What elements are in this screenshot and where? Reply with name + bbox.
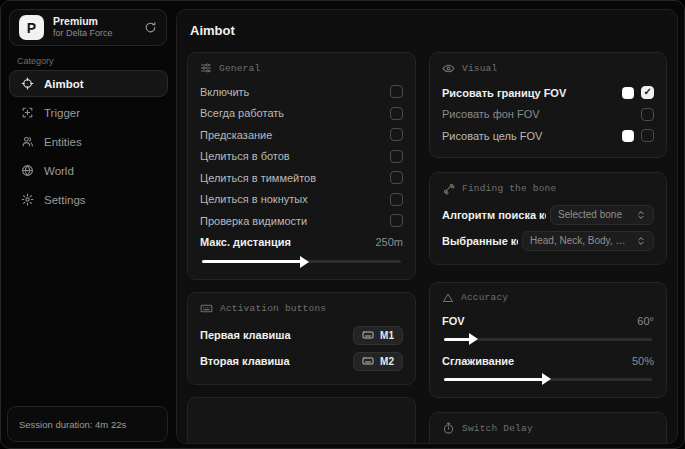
smoothing-slider[interactable] [444,378,652,381]
color-swatch[interactable] [622,87,634,99]
sidebar-item-label: Trigger [44,107,80,119]
slider-label: Макс. дистанция [200,236,291,248]
setting-row: Целиться в тиммейтов [200,167,403,189]
app-logo: P [19,15,44,40]
setting-row: Рисовать цель FOV [442,125,654,147]
sidebar-nav: Aimbot Trigger Entities [9,70,168,215]
slider-thumb[interactable] [542,373,551,385]
max-distance-slider[interactable] [202,260,401,263]
gear-icon [21,193,34,206]
globe-icon [21,164,34,177]
panel-title: General [219,63,260,74]
setting-label: Включить [200,86,249,98]
keybind-button-m2[interactable]: M2 [353,352,403,371]
keyboard-icon [200,302,213,315]
checkbox[interactable] [390,193,403,206]
page-title: Aimbot [190,23,667,38]
select-label: Выбранные кости [442,235,518,247]
crosshair-icon [21,77,34,90]
category-label: Category [17,56,54,66]
license-title: Premium [53,15,113,28]
slider-row: FOV 60° [442,311,654,331]
fov-slider[interactable] [444,338,652,341]
slider-value: 50% [632,355,654,367]
setting-label: Проверка видимости [200,215,307,227]
sliders-icon [200,62,212,74]
checkbox[interactable] [390,150,403,163]
sidebar-item-label: Aimbot [44,78,84,90]
trigger-icon [21,106,34,119]
sidebar-item-world[interactable]: World [9,157,168,184]
app-window: P Premium for Delta Force Category Aimbo… [0,0,685,449]
sidebar-item-label: World [44,165,74,177]
setting-row: Всегда работать [200,103,403,125]
checkbox[interactable] [641,129,654,142]
slider-thumb[interactable] [469,333,478,345]
sidebar-item-label: Entities [44,136,82,148]
select-row: Алгоритм поиска кости Selected bone [442,202,654,228]
panel-accuracy: Accuracy FOV 60° Сглаживание 50% [429,282,667,398]
panel-activation-buttons: Activation buttons Первая клавиша M1 Вто… [187,292,416,385]
setting-label: Рисовать фон FOV [442,108,540,120]
select-label: Алгоритм поиска кости [442,209,546,221]
setting-row: Проверка видимости [200,210,403,232]
license-card: P Premium for Delta Force [9,9,167,46]
checkbox[interactable] [390,107,403,120]
setting-row: Рисовать границу FOV [442,82,654,104]
checkbox[interactable] [641,108,654,121]
chevrons-up-down-icon [636,210,646,220]
slider-value: 250m [375,236,403,248]
checkbox[interactable] [390,128,403,141]
keybind-label: Вторая клавиша [200,355,290,367]
timer-icon [442,422,455,435]
setting-row: Включить [200,81,403,103]
panel-title: Switch Delay [462,423,533,434]
panel-empty [187,397,416,444]
selected-bones-select[interactable]: Head, Neck, Body, Pe.. [522,231,654,251]
sidebar-item-label: Settings [44,194,86,206]
slider-label: FOV [442,315,465,327]
sidebar-item-trigger[interactable]: Trigger [9,99,168,126]
triangle-icon [442,292,454,304]
keybind-label: Первая клавиша [200,329,291,341]
eye-icon [442,62,455,75]
session-duration-card: Session duration: 4m 22s [7,406,168,442]
checkbox[interactable] [390,85,403,98]
checkbox[interactable] [641,86,654,99]
chevrons-up-down-icon [636,236,646,246]
panel-switch-delay: Switch Delay Задержка переключения Задер… [429,412,667,445]
entities-icon [21,135,34,148]
slider-row: Сглаживание 50% [442,351,654,371]
panel-finding-the-bone: Finding the bone Алгоритм поиска кости S… [429,172,667,265]
setting-label: Всегда работать [200,107,284,119]
sidebar-item-aimbot[interactable]: Aimbot [9,70,168,97]
slider-row: Макс. дистанция 250m [200,232,403,254]
setting-row: Предсказание [200,124,403,146]
bone-algorithm-select[interactable]: Selected bone [550,205,654,225]
bone-icon [442,182,455,195]
slider-thumb[interactable] [300,256,309,268]
panel-general: General Включить Всегда работать Предска… [187,52,416,280]
checkbox[interactable] [390,171,403,184]
color-swatch[interactable] [622,130,634,142]
setting-label: Рисовать границу FOV [442,87,566,99]
select-row: Выбранные кости Head, Neck, Body, Pe.. [442,228,654,254]
checkbox[interactable] [390,214,403,227]
setting-label: Целиться в нокнутых [200,193,308,205]
panel-title: Activation buttons [220,303,326,314]
keybind-button-m1[interactable]: M1 [353,326,403,345]
keybind-row: Вторая клавиша M2 [200,348,403,374]
sidebar-item-settings[interactable]: Settings [9,186,168,213]
sidebar-item-entities[interactable]: Entities [9,128,168,155]
setting-label: Целиться в тиммейтов [200,172,316,184]
sync-icon[interactable] [144,21,157,34]
panel-visual: Visual Рисовать границу FOV Рисовать фон… [429,52,667,158]
slider-label: Сглаживание [442,355,514,367]
setting-row: Целиться в ботов [200,146,403,168]
panel-title: Finding the bone [462,183,556,194]
main-content: Aimbot General Включить [176,9,678,444]
keyboard-icon [362,329,374,341]
session-duration-text: Session duration: 4m 22s [19,419,126,430]
panel-title: Accuracy [461,292,508,303]
slider-value: 60° [637,315,654,327]
